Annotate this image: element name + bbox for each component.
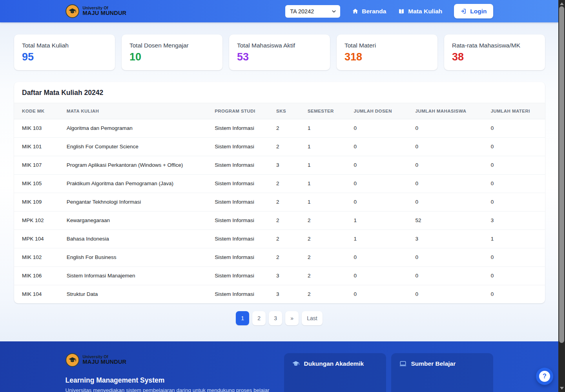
table-cell: Sistem Informasi — [207, 248, 268, 266]
page-button-»[interactable]: » — [285, 311, 299, 325]
page-button-2[interactable]: 2 — [252, 311, 266, 325]
table-row: MIK 101English For Computer ScienceSiste… — [14, 137, 545, 156]
nav-item-beranda[interactable]: Beranda — [352, 8, 386, 15]
table-cell: 0 — [408, 266, 483, 285]
table-cell: 0 — [346, 248, 408, 266]
table-row: MIK 105Praktikum Algoritma dan Pemograma… — [14, 174, 545, 193]
table-cell: MIK 102 — [14, 248, 59, 266]
nav-item-mata-kuliah[interactable]: Mata Kuliah — [398, 8, 442, 15]
footer-heading: Learning Management System — [66, 376, 270, 385]
table-cell: 3 — [268, 285, 300, 303]
graduation-cap-icon — [68, 7, 77, 15]
footer-container: University Of MAJU MUNDUR Learning Manag… — [66, 341, 493, 392]
column-header: PROGRAM STUDI — [207, 103, 268, 119]
table-cell: 3 — [268, 156, 300, 174]
table-cell: 2 — [268, 211, 300, 230]
stat-label: Total Materi — [344, 42, 430, 49]
table-cell: 0 — [408, 285, 483, 303]
table-cell: 1 — [300, 137, 346, 156]
scrollbar-thumb[interactable] — [559, 6, 564, 343]
academic-year-select-wrapper: TA 20242 — [285, 5, 340, 18]
table-row: MIK 102English For BusinessSistem Inform… — [14, 248, 545, 266]
table-cell: 0 — [346, 137, 408, 156]
table-cell: 1 — [300, 193, 346, 211]
stat-value: 318 — [344, 51, 430, 63]
login-button[interactable]: Login — [454, 4, 493, 18]
courses-table-card: Daftar Mata Kuliah 20242 KODE MKMATA KUL… — [14, 82, 545, 303]
scrollbar[interactable] — [558, 0, 565, 392]
table-cell: Pengantar Tekhnologi Informasi — [59, 193, 207, 211]
table-cell: MPK 104 — [14, 230, 59, 248]
table-row: MIK 109Pengantar Tekhnologi InformasiSis… — [14, 193, 545, 211]
table-cell: 0 — [483, 266, 545, 285]
table-cell: 3 — [408, 230, 483, 248]
table-cell: 0 — [483, 137, 545, 156]
table-cell: 0 — [346, 193, 408, 211]
stat-value: 10 — [129, 51, 215, 63]
table-cell: Sistem Informasi — [207, 119, 268, 137]
table-cell: 0 — [483, 285, 545, 303]
brand-name: University Of MAJU MUNDUR — [83, 6, 127, 16]
stat-label: Rata-rata Mahasiswa/MK — [452, 42, 537, 49]
table-cell: Sistem Informasi — [207, 156, 268, 174]
column-header: SKS — [268, 103, 300, 119]
table-cell: 1 — [300, 156, 346, 174]
stat-label: Total Mahasiswa Aktif — [237, 42, 322, 49]
table-cell: 2 — [300, 266, 346, 285]
table-cell: Bahasa Indonesia — [59, 230, 207, 248]
footer-description: Universitas menyediakan sistem pembelaja… — [66, 387, 270, 392]
footer-card-header: Sumber Belajar — [399, 360, 485, 368]
stat-label: Total Dosen Mengajar — [129, 42, 215, 49]
table-cell: Struktur Data — [59, 285, 207, 303]
book-icon — [398, 8, 405, 15]
navbar-container: University Of MAJU MUNDUR TA 20242 — [66, 4, 493, 18]
table-body: MIK 103Algoritma dan PemogramanSistem In… — [14, 119, 545, 303]
table-cell: 0 — [408, 174, 483, 193]
navbar-menu: TA 20242 Beranda — [285, 4, 493, 18]
table-cell: 0 — [346, 174, 408, 193]
stat-card-total-mahasiswa-aktif: Total Mahasiswa Aktif 53 — [229, 35, 330, 70]
scroll-up-arrow[interactable] — [560, 2, 564, 5]
table-cell: 2 — [268, 248, 300, 266]
footer-left: University Of MAJU MUNDUR Learning Manag… — [66, 353, 270, 392]
page-button-3[interactable]: 3 — [269, 311, 282, 325]
table-cell: 2 — [300, 285, 346, 303]
laptop-icon — [399, 360, 407, 368]
stat-card-total-materi: Total Materi 318 — [337, 35, 437, 70]
table-title: Daftar Mata Kuliah 20242 — [14, 82, 545, 103]
table-cell: 1 — [346, 230, 408, 248]
academic-year-select[interactable]: TA 20242 — [285, 5, 340, 18]
table-cell: 52 — [408, 211, 483, 230]
table-cell: 2 — [268, 230, 300, 248]
university-logo-badge — [66, 353, 79, 367]
page-button-1[interactable]: 1 — [236, 311, 249, 325]
stats-row: Total Mata Kuliah 95 Total Dosen Mengaja… — [14, 35, 545, 70]
courses-table: KODE MKMATA KULIAHPROGRAM STUDISKSSEMEST… — [14, 103, 545, 303]
table-cell: Sistem Informasi Manajemen — [59, 266, 207, 285]
question-icon: ? — [539, 371, 550, 382]
table-cell: MIK 104 — [14, 285, 59, 303]
table-cell: 0 — [346, 156, 408, 174]
table-cell: 1 — [300, 119, 346, 137]
table-row: MIK 107Program Aplikasi Perkantoran (Win… — [14, 156, 545, 174]
table-cell: MIK 106 — [14, 266, 59, 285]
graduation-cap-icon — [292, 360, 300, 368]
table-cell: 0 — [346, 119, 408, 137]
table-cell: Kewarganegaraan — [59, 211, 207, 230]
table-cell: MIK 105 — [14, 174, 59, 193]
column-header: MATA KULIAH — [59, 103, 207, 119]
scroll-down-arrow[interactable] — [560, 387, 564, 390]
table-cell: 2 — [268, 137, 300, 156]
footer-card-title: Dukungan Akademik — [304, 360, 364, 367]
footer: University Of MAJU MUNDUR Learning Manag… — [0, 341, 558, 392]
table-cell: Algoritma dan Pemograman — [59, 119, 207, 137]
table-cell: 0 — [483, 174, 545, 193]
pagination: 123»Last — [0, 311, 558, 325]
table-row: MPK 104Bahasa IndonesiaSistem Informasi2… — [14, 230, 545, 248]
stat-value: 95 — [22, 51, 107, 63]
help-button[interactable]: ? — [536, 368, 553, 385]
column-header: JUMLAH DOSEN — [346, 103, 408, 119]
brand-logo[interactable]: University Of MAJU MUNDUR — [66, 4, 127, 18]
page-button-Last[interactable]: Last — [302, 311, 322, 325]
table-cell: 2 — [268, 119, 300, 137]
